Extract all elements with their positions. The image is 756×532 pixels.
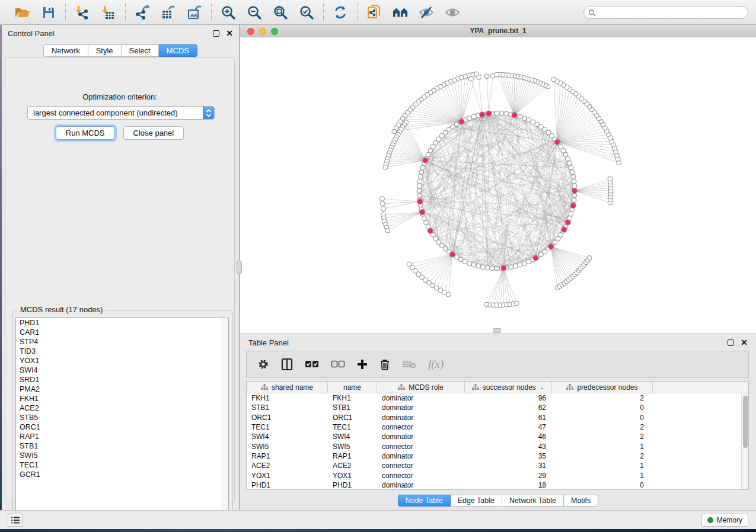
mcds-result-item[interactable]: STB5 bbox=[16, 413, 228, 422]
cell-MCDS-role[interactable]: dominator bbox=[377, 394, 465, 402]
cell-name[interactable]: YOX1 bbox=[328, 472, 377, 480]
cell-shared-name[interactable]: SWI4 bbox=[247, 432, 328, 441]
cell-MCDS-role[interactable]: dominator bbox=[377, 403, 465, 412]
cell-shared-name[interactable]: RAP1 bbox=[247, 452, 328, 460]
table-row[interactable]: RAP1RAP1dominator352 bbox=[247, 451, 748, 461]
table-row[interactable]: YOX1YOX1connector291 bbox=[247, 470, 748, 480]
memory-button[interactable]: Memory bbox=[701, 514, 748, 527]
zoom-in-icon[interactable] bbox=[220, 4, 237, 21]
run-mcds-button[interactable]: Run MCDS bbox=[56, 126, 115, 140]
select-all-icon[interactable] bbox=[305, 360, 319, 368]
mcds-result-item[interactable]: PHD1 bbox=[16, 318, 228, 328]
cell-MCDS-role[interactable]: dominator bbox=[377, 481, 465, 489]
mcds-result-item[interactable]: PMA2 bbox=[16, 384, 228, 394]
import-table-icon[interactable] bbox=[100, 4, 117, 21]
cell-MCDS-role[interactable]: connector bbox=[377, 472, 465, 480]
cell-successor-nodes[interactable]: 62 bbox=[465, 403, 552, 412]
close-table-panel-icon[interactable]: ✕ bbox=[741, 339, 748, 346]
network-graph[interactable] bbox=[240, 37, 756, 334]
cell-predecessor-nodes[interactable]: 1 bbox=[552, 443, 653, 451]
mcds-result-item[interactable]: SRD1 bbox=[16, 375, 228, 384]
column-header-predecessor-nodes[interactable]: predecessor nodes bbox=[552, 382, 653, 393]
cell-successor-nodes[interactable]: 18 bbox=[465, 481, 552, 489]
mcds-result-item[interactable]: RAP1 bbox=[16, 432, 228, 441]
tab-select[interactable]: Select bbox=[122, 44, 159, 57]
deselect-all-icon[interactable] bbox=[331, 360, 345, 368]
tab-network[interactable]: Network bbox=[43, 44, 88, 57]
cell-successor-nodes[interactable]: 47 bbox=[465, 423, 552, 431]
cell-predecessor-nodes[interactable]: 0 bbox=[552, 414, 653, 422]
cell-successor-nodes[interactable]: 35 bbox=[465, 452, 552, 460]
cell-predecessor-nodes[interactable]: 2 bbox=[552, 432, 653, 441]
tab-style[interactable]: Style bbox=[88, 44, 122, 57]
table-row[interactable]: TEC1TEC1connector472 bbox=[247, 422, 748, 432]
canvas-splitter-grip[interactable] bbox=[493, 328, 501, 333]
column-header-MCDS-role[interactable]: MCDS role bbox=[377, 382, 465, 393]
float-panel-icon[interactable] bbox=[213, 30, 219, 37]
open-folder-icon[interactable] bbox=[14, 4, 31, 21]
cell-name[interactable]: FKH1 bbox=[328, 394, 377, 402]
cell-shared-name[interactable]: STB1 bbox=[247, 403, 328, 412]
mcds-result-item[interactable]: SWI4 bbox=[16, 366, 228, 375]
cell-successor-nodes[interactable]: 31 bbox=[465, 462, 552, 470]
mcds-result-item[interactable]: FKH1 bbox=[16, 394, 228, 403]
cell-shared-name[interactable]: PHD1 bbox=[247, 481, 328, 489]
table-row[interactable]: ORC1ORC1dominator610 bbox=[247, 413, 748, 422]
task-history-button[interactable] bbox=[8, 514, 23, 527]
table-row[interactable]: SWI4SWI4dominator462 bbox=[247, 432, 748, 441]
table-row[interactable]: PHD1PHD1dominator180 bbox=[247, 480, 748, 490]
cell-predecessor-nodes[interactable]: 1 bbox=[552, 462, 653, 470]
cell-name[interactable]: ACE2 bbox=[328, 462, 377, 470]
close-panel-button[interactable]: Close panel bbox=[123, 126, 184, 140]
panel-splitter-grip[interactable] bbox=[237, 261, 242, 274]
refresh-icon[interactable] bbox=[332, 4, 349, 21]
cell-successor-nodes[interactable]: 29 bbox=[465, 472, 552, 480]
mcds-result-item[interactable]: SWI5 bbox=[16, 451, 228, 460]
cell-successor-nodes[interactable]: 43 bbox=[465, 443, 552, 451]
mcds-result-item[interactable]: YOX1 bbox=[16, 356, 228, 366]
zoom-selected-icon[interactable] bbox=[298, 4, 315, 21]
table-row[interactable]: SWI5SWI5connector431 bbox=[247, 441, 748, 451]
network-canvas[interactable] bbox=[240, 37, 756, 334]
zoom-fit-icon[interactable] bbox=[272, 4, 289, 21]
cell-shared-name[interactable]: ORC1 bbox=[247, 414, 328, 422]
cell-predecessor-nodes[interactable]: 2 bbox=[552, 423, 653, 431]
table-scrollbar-thumb[interactable] bbox=[743, 396, 748, 448]
mcds-list-scrollbar[interactable] bbox=[222, 318, 228, 525]
table-row[interactable]: FKH1FKH1dominator962 bbox=[247, 393, 748, 403]
cell-shared-name[interactable]: YOX1 bbox=[247, 472, 328, 480]
cell-name[interactable]: STB1 bbox=[328, 403, 377, 412]
table-settings-gear-icon[interactable] bbox=[257, 358, 269, 370]
column-header-successor-nodes[interactable]: successor nodes⌄ bbox=[465, 382, 552, 393]
table-row[interactable]: ACE2ACE2connector311 bbox=[247, 461, 748, 470]
tab-edge-table[interactable]: Edge Table bbox=[451, 495, 502, 507]
column-header-shared-name[interactable]: shared name bbox=[247, 382, 328, 393]
cell-predecessor-nodes[interactable]: 0 bbox=[552, 481, 653, 489]
cell-MCDS-role[interactable]: dominator bbox=[377, 432, 465, 441]
save-icon[interactable] bbox=[40, 4, 57, 21]
mcds-result-item[interactable]: STP4 bbox=[16, 337, 228, 347]
cell-name[interactable]: SWI4 bbox=[328, 432, 377, 441]
cell-MCDS-role[interactable]: connector bbox=[377, 423, 465, 431]
export-image-icon[interactable] bbox=[186, 4, 203, 21]
cell-predecessor-nodes[interactable]: 2 bbox=[552, 394, 653, 402]
cell-shared-name[interactable]: TEC1 bbox=[247, 423, 328, 431]
cell-MCDS-role[interactable]: dominator bbox=[377, 414, 465, 422]
float-table-panel-icon[interactable] bbox=[728, 339, 734, 346]
cell-name[interactable]: TEC1 bbox=[328, 423, 377, 431]
export-table-icon[interactable] bbox=[160, 4, 177, 21]
mcds-result-item[interactable]: CAR1 bbox=[16, 328, 228, 337]
column-header-name[interactable]: name bbox=[328, 382, 377, 393]
tab-motifs[interactable]: Motifs bbox=[564, 495, 598, 507]
search-input[interactable] bbox=[599, 7, 748, 18]
minimize-window-icon[interactable] bbox=[259, 28, 266, 35]
cell-MCDS-role[interactable]: connector bbox=[377, 443, 465, 451]
tab-network-table[interactable]: Network Table bbox=[502, 495, 564, 507]
table-row[interactable]: STB1STB1dominator620 bbox=[247, 403, 748, 412]
mcds-result-item[interactable]: ACE2 bbox=[16, 403, 228, 413]
tab-node-table[interactable]: Node Table bbox=[398, 495, 451, 507]
table-vertical-scrollbar[interactable] bbox=[741, 394, 748, 489]
clone-network-icon[interactable] bbox=[366, 4, 382, 21]
cell-name[interactable]: PHD1 bbox=[328, 481, 377, 489]
close-window-icon[interactable] bbox=[247, 28, 254, 35]
